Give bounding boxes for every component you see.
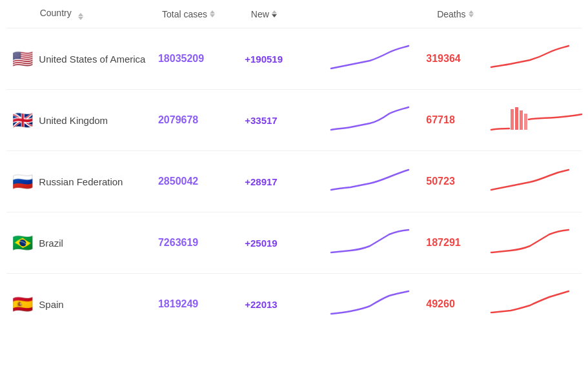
svg-rect-1 — [515, 107, 518, 130]
country-name-gbr: United Kingdom — [39, 115, 158, 126]
total-cases-usa: 18035209 — [158, 53, 245, 65]
flag-cell-usa: 🇺🇸 — [6, 46, 39, 72]
flag-cell-bra: 🇧🇷 — [6, 230, 39, 256]
country-sort-icon[interactable] — [78, 13, 83, 20]
chart-new-rus — [331, 165, 426, 198]
flag-cell-esp: 🇪🇸 — [6, 291, 39, 317]
new-cases-bra: +25019 — [245, 238, 331, 249]
svg-rect-0 — [511, 109, 514, 130]
flag-esp: 🇪🇸 — [10, 291, 35, 317]
country-name-usa: United States of America — [39, 54, 158, 65]
svg-rect-3 — [524, 114, 527, 130]
svg-rect-2 — [520, 110, 523, 130]
total-cases-rus: 2850042 — [158, 176, 245, 187]
new-label: New — [251, 9, 269, 19]
deaths-rus: 50723 — [426, 176, 491, 187]
new-cases-rus: +28917 — [245, 176, 331, 187]
total-cases-label: Total cases — [162, 9, 207, 19]
covid-table: Country Total cases New Deaths — [0, 0, 588, 334]
chart-new-gbr — [331, 104, 426, 136]
deaths-gbr: 67718 — [426, 114, 491, 126]
header-country[interactable]: Country — [40, 8, 162, 20]
flag-cell-gbr: 🇬🇧 — [6, 107, 39, 133]
country-name-esp: Spain — [39, 299, 158, 310]
deaths-usa: 319364 — [426, 53, 491, 65]
flag-gbr: 🇬🇧 — [10, 107, 35, 133]
chart-deaths-gbr — [491, 104, 582, 136]
chart-deaths-usa — [491, 43, 582, 75]
table-body: 🇺🇸 United States of America 18035209 +19… — [6, 28, 582, 334]
header-deaths[interactable]: Deaths — [437, 9, 503, 19]
header-new[interactable]: New — [251, 9, 340, 19]
new-cases-usa: +190519 — [245, 54, 331, 65]
total-cases-gbr: 2079678 — [158, 114, 245, 126]
chart-new-esp — [331, 288, 426, 320]
table-row: 🇪🇸 Spain 1819249 +22013 49260 — [6, 274, 582, 334]
chart-new-bra — [331, 227, 426, 259]
table-row: 🇷🇺 Russian Federation 2850042 +28917 507… — [6, 151, 582, 212]
total-cases-sort-icon[interactable] — [210, 10, 215, 17]
deaths-label: Deaths — [437, 9, 465, 19]
chart-new-usa — [331, 43, 426, 75]
table-row: 🇺🇸 United States of America 18035209 +19… — [6, 28, 582, 90]
flag-cell-rus: 🇷🇺 — [6, 169, 39, 194]
flag-bra: 🇧🇷 — [10, 230, 35, 256]
country-name-rus: Russian Federation — [39, 176, 158, 187]
chart-deaths-bra — [491, 227, 582, 259]
table-row: 🇬🇧 United Kingdom 2079678 +33517 67718 — [6, 90, 582, 151]
total-cases-esp: 1819249 — [158, 298, 245, 310]
table-header: Country Total cases New Deaths — [6, 0, 582, 28]
new-cases-esp: +22013 — [245, 299, 331, 310]
country-label: Country — [40, 8, 72, 18]
flag-usa: 🇺🇸 — [10, 46, 35, 72]
header-total-cases[interactable]: Total cases — [162, 9, 251, 19]
total-cases-bra: 7263619 — [158, 237, 245, 249]
table-row: 🇧🇷 Brazil 7263619 +25019 187291 — [6, 212, 582, 274]
country-name-bra: Brazil — [39, 238, 158, 249]
deaths-bra: 187291 — [426, 237, 491, 249]
chart-deaths-esp — [491, 288, 582, 320]
new-cases-gbr: +33517 — [245, 115, 331, 126]
deaths-esp: 49260 — [426, 298, 491, 310]
flag-rus: 🇷🇺 — [10, 169, 35, 194]
chart-deaths-rus — [491, 165, 582, 198]
deaths-sort-icon[interactable] — [469, 10, 474, 17]
new-sort-icon[interactable] — [272, 10, 277, 17]
